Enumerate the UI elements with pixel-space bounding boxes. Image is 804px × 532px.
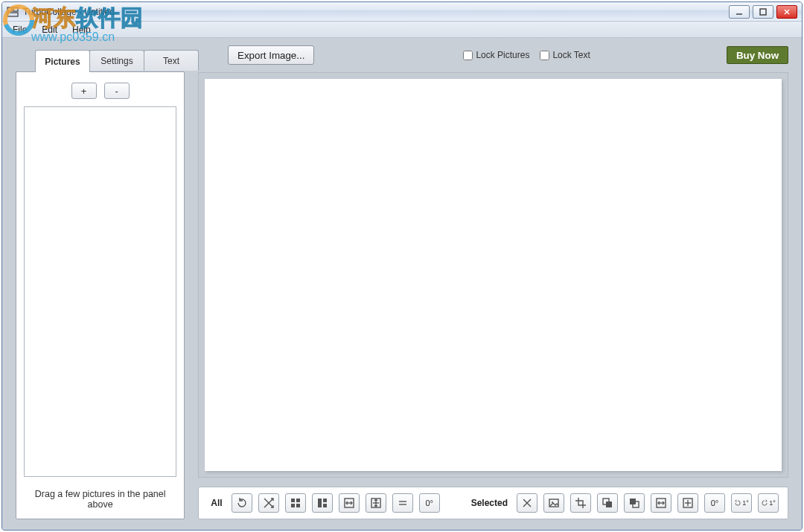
menu-edit[interactable]: Edit (36, 23, 63, 36)
tab-text[interactable]: Text (144, 50, 199, 71)
svg-rect-2 (7, 13, 18, 16)
all-label: All (211, 498, 222, 508)
menu-help[interactable]: Help (66, 23, 97, 36)
equal-size-icon[interactable] (392, 493, 413, 513)
remove-picture-button[interactable]: - (104, 83, 130, 99)
drag-hint: Drag a few pictures in the panel above (24, 484, 176, 511)
fit-horizontal-sel-icon[interactable] (651, 493, 671, 513)
zero-deg-label: 0° (425, 499, 433, 507)
crop-icon[interactable] (570, 493, 591, 513)
export-image-button[interactable]: Export Image... (228, 45, 314, 65)
lock-pictures-label: Lock Pictures (476, 50, 529, 60)
lock-pictures-checkbox[interactable]: Lock Pictures (463, 50, 529, 60)
lock-text-checkbox[interactable]: Lock Text (540, 50, 590, 60)
selected-label: Selected (471, 498, 508, 508)
lock-text-input[interactable] (540, 51, 549, 60)
titlebar: TurboCollage - Untitled (2, 2, 802, 22)
zero-deg-sel-label: 0° (711, 499, 719, 507)
rotate-zero-sel-button[interactable]: 0° (704, 493, 725, 513)
tab-settings[interactable]: Settings (89, 50, 144, 71)
svg-rect-1 (13, 7, 18, 11)
rotate-zero-all-button[interactable]: 0° (419, 493, 440, 513)
side-tabs: Pictures Settings Text (35, 50, 198, 72)
menubar: File Edit Help (2, 22, 802, 38)
buy-now-button[interactable]: Buy Now (727, 46, 788, 64)
image-icon[interactable] (543, 493, 564, 513)
close-button[interactable] (776, 5, 797, 19)
svg-rect-9 (291, 499, 295, 502)
svg-rect-11 (291, 504, 295, 507)
grid-2x2-icon[interactable] (285, 493, 306, 513)
svg-rect-10 (296, 499, 300, 502)
send-back-icon[interactable] (597, 493, 618, 513)
window-title: TurboCollage - Untitled (23, 7, 115, 17)
one-deg-cw-label: 1° (769, 499, 776, 507)
svg-rect-4 (760, 9, 766, 15)
minimize-button[interactable] (729, 5, 750, 19)
pictures-list[interactable] (24, 106, 176, 477)
add-picture-button[interactable]: + (71, 83, 97, 99)
redo-layout-icon[interactable] (232, 493, 252, 513)
svg-rect-12 (296, 504, 300, 507)
tab-pictures[interactable]: Pictures (35, 50, 90, 72)
rotate-cw-icon[interactable]: 1° (758, 493, 779, 513)
svg-rect-28 (606, 501, 612, 507)
fit-all-sel-icon[interactable] (677, 493, 698, 513)
bring-front-icon[interactable] (624, 493, 645, 513)
bottom-toolbar: All (198, 487, 788, 519)
fit-horizontal-icon[interactable] (339, 493, 360, 513)
fit-all-icon[interactable] (366, 493, 386, 513)
menu-file[interactable]: File (7, 23, 33, 36)
remove-icon[interactable] (517, 493, 537, 513)
maximize-button[interactable] (753, 5, 773, 19)
svg-rect-0 (7, 7, 12, 11)
svg-rect-15 (323, 504, 327, 507)
shuffle-icon[interactable] (258, 493, 279, 513)
canvas-frame (198, 72, 788, 478)
rotate-ccw-icon[interactable]: 1° (731, 493, 752, 513)
svg-rect-14 (323, 499, 327, 502)
lock-text-label: Lock Text (552, 50, 590, 60)
one-deg-ccw-label: 1° (742, 499, 749, 507)
grid-split-icon[interactable] (312, 493, 333, 513)
lock-pictures-input[interactable] (463, 51, 473, 60)
pictures-panel: + - Drag a few pictures in the panel abo… (16, 71, 185, 519)
app-icon (7, 7, 19, 17)
svg-rect-13 (318, 499, 322, 507)
collage-canvas[interactable] (205, 79, 782, 471)
svg-rect-30 (630, 499, 636, 504)
